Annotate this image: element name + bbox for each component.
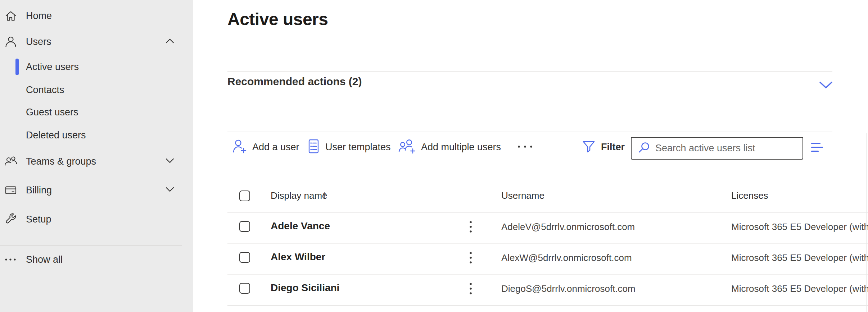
user-display-name[interactable]: Alex Wilber	[271, 251, 325, 263]
user-licenses: Microsoft 365 E5 Developer (withou	[731, 283, 868, 294]
sidebar-item-setup[interactable]: Setup	[0, 208, 193, 230]
table-header-divider	[227, 212, 868, 213]
add-user-icon	[232, 138, 247, 156]
sidebar-item-home[interactable]: Home	[0, 5, 193, 27]
chevron-down-icon	[165, 157, 175, 165]
chevron-down-icon	[165, 186, 175, 194]
user-username: AdeleV@5drrlv.onmicrosoft.com	[501, 221, 635, 233]
sidebar-item-billing[interactable]: Billing	[0, 179, 193, 201]
people-icon	[3, 153, 19, 169]
recommended-actions-header[interactable]: Recommended actions (2)	[227, 75, 362, 88]
user-display-name[interactable]: Diego Siciliani	[271, 282, 339, 294]
chevron-down-icon[interactable]	[818, 81, 833, 91]
sidebar-item-label: Users	[26, 36, 51, 47]
user-licenses: Microsoft 365 E5 Developer (withou	[731, 221, 868, 233]
sidebar-item-label: Teams & groups	[26, 156, 96, 167]
user-licenses: Microsoft 365 E5 Developer (withou	[731, 252, 868, 263]
add-multiple-users-label: Add multiple users	[421, 142, 501, 153]
row-more-actions-icon[interactable]	[469, 251, 473, 266]
person-icon	[3, 34, 19, 50]
sidebar-item-users[interactable]: Users	[0, 31, 193, 53]
sidebar-divider	[0, 246, 182, 246]
sidebar-item-label: Home	[26, 10, 52, 22]
sidebar-item-teams-groups[interactable]: Teams & groups	[0, 150, 193, 173]
wrench-icon	[3, 211, 19, 227]
card-icon	[3, 182, 19, 198]
row-checkbox[interactable]	[239, 221, 250, 232]
sidebar-item-active-users[interactable]: Active users	[0, 56, 193, 78]
user-templates-icon	[307, 138, 320, 156]
chevron-up-icon	[165, 38, 175, 46]
search-input[interactable]	[651, 143, 803, 154]
user-username: DiegoS@5drrlv.onmicrosoft.com	[501, 283, 636, 294]
sidebar-item-contacts[interactable]: Contacts	[0, 79, 193, 101]
search-box	[631, 137, 803, 160]
select-all-checkbox[interactable]	[239, 191, 250, 201]
filter-lines-icon[interactable]	[811, 143, 826, 155]
sidebar-item-label: Contacts	[26, 84, 64, 96]
add-user-label: Add a user	[252, 142, 299, 153]
add-user-button[interactable]: Add a user	[232, 137, 299, 157]
row-checkbox[interactable]	[239, 283, 250, 294]
row-more-actions-icon[interactable]	[469, 282, 473, 297]
sidebar-item-guest-users[interactable]: Guest users	[0, 101, 193, 123]
sidebar-item-label: Show all	[26, 254, 63, 265]
user-display-name[interactable]: Adele Vance	[271, 220, 330, 232]
sidebar-item-show-all[interactable]: Show all	[0, 248, 193, 271]
user-templates-label: User templates	[325, 142, 391, 153]
list-edge-line	[866, 133, 867, 312]
page-title: Active users	[227, 9, 328, 29]
add-multiple-users-icon	[398, 138, 416, 156]
ellipsis-icon	[3, 252, 19, 267]
home-icon	[3, 8, 19, 24]
selection-indicator	[15, 59, 19, 75]
section-divider	[227, 71, 832, 72]
column-header-licenses[interactable]: Licenses	[731, 190, 768, 201]
row-divider	[227, 274, 868, 275]
sort-ascending-icon: ↑	[322, 189, 327, 200]
sidebar-item-label: Active users	[26, 61, 79, 73]
row-more-actions-icon[interactable]	[469, 220, 473, 235]
row-divider	[227, 305, 868, 306]
row-checkbox[interactable]	[239, 252, 250, 263]
column-header-username[interactable]: Username	[501, 190, 544, 201]
sidebar: Home Users Active users Contacts Guest	[0, 0, 193, 312]
row-divider	[227, 243, 868, 244]
add-multiple-users-button[interactable]: Add multiple users	[398, 137, 501, 157]
filter-icon	[582, 139, 596, 155]
search-icon	[637, 141, 651, 156]
filter-label: Filter	[601, 142, 625, 153]
column-header-display-name[interactable]: Display name	[271, 190, 327, 201]
sidebar-item-label: Setup	[26, 214, 51, 225]
user-templates-button[interactable]: User templates	[307, 137, 391, 157]
sidebar-item-label: Guest users	[26, 107, 78, 118]
section-divider	[227, 132, 832, 132]
more-horizontal-icon	[517, 144, 533, 150]
sidebar-item-label: Billing	[26, 185, 52, 196]
sidebar-item-deleted-users[interactable]: Deleted users	[0, 124, 193, 146]
active-users-page: Home Users Active users Contacts Guest	[0, 0, 868, 312]
sidebar-item-label: Deleted users	[26, 130, 86, 141]
user-username: AlexW@5drrlv.onmicrosoft.com	[501, 252, 632, 263]
filter-button[interactable]: Filter	[582, 137, 625, 157]
more-actions-button[interactable]	[517, 137, 533, 157]
